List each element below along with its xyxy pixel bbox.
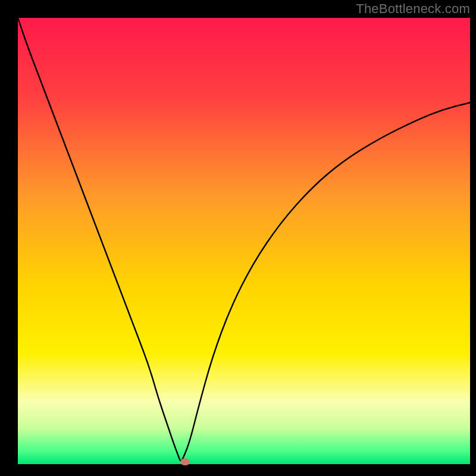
bottleneck-chart bbox=[0, 0, 476, 476]
watermark-text: TheBottleneck.com bbox=[356, 1, 470, 17]
chart-container: TheBottleneck.com bbox=[0, 0, 476, 476]
minimum-marker bbox=[180, 458, 190, 465]
plot-background bbox=[18, 18, 470, 464]
